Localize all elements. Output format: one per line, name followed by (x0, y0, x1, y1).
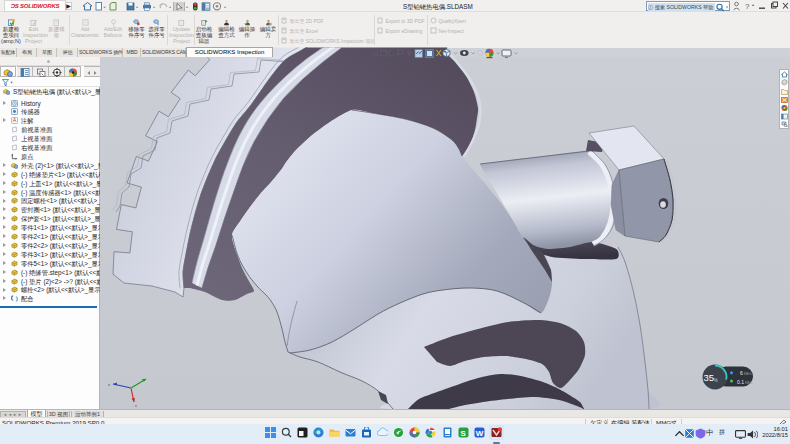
svg-text:•: • (153, 3, 155, 9)
svg-text:•: • (224, 3, 226, 9)
svg-text:•: • (169, 3, 171, 9)
svg-text:A: A (13, 118, 17, 124)
svg-text:S: S (461, 429, 467, 438)
svg-text:%: % (714, 378, 718, 383)
svg-text:KB/s: KB/s (745, 381, 753, 385)
svg-text:35: 35 (704, 372, 715, 383)
svg-text:W: W (476, 429, 484, 438)
svg-text:0.1: 0.1 (737, 379, 744, 385)
svg-text:?: ? (745, 2, 750, 11)
svg-text:KB/s: KB/s (744, 372, 752, 376)
svg-text:•: • (186, 3, 188, 9)
svg-text:•: • (752, 2, 754, 8)
svg-text:•: • (136, 3, 138, 9)
svg-text:x: x (135, 403, 137, 408)
svg-text:z: z (108, 382, 110, 387)
svg-text:6: 6 (740, 370, 743, 376)
svg-text:•: • (104, 3, 106, 9)
